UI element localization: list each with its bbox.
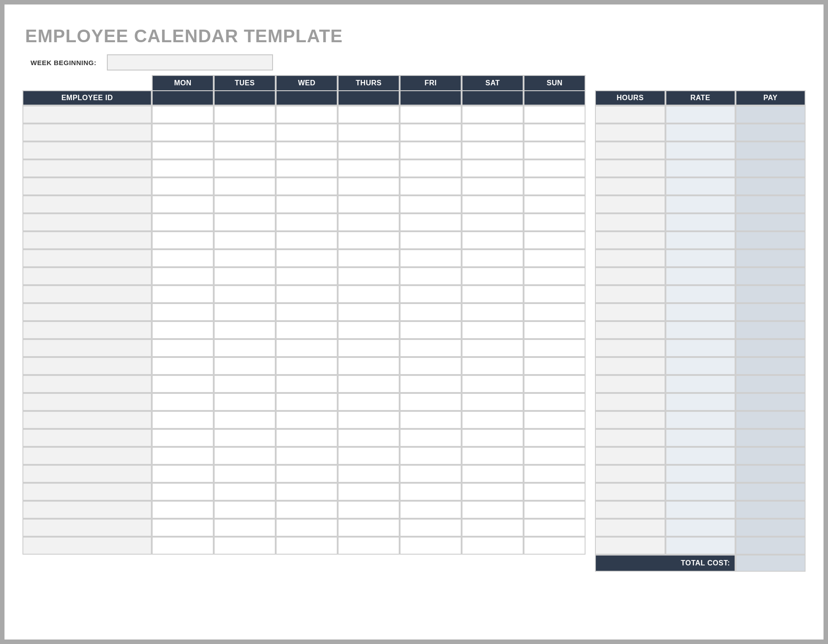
hours-cell[interactable] (595, 177, 665, 195)
cell-sun[interactable] (524, 537, 586, 555)
pay-cell[interactable] (736, 465, 806, 483)
cell-thurs[interactable] (338, 267, 400, 285)
employee-id-cell[interactable] (22, 447, 152, 465)
hours-cell[interactable] (595, 249, 665, 267)
cell-thurs[interactable] (338, 285, 400, 303)
rate-cell[interactable] (665, 124, 736, 141)
cell-sun[interactable] (524, 231, 586, 249)
pay-cell[interactable] (736, 141, 806, 159)
employee-id-cell[interactable] (22, 195, 152, 213)
employee-id-cell[interactable] (22, 249, 152, 267)
cell-mon[interactable] (152, 159, 214, 177)
cell-sun[interactable] (524, 429, 586, 447)
cell-mon[interactable] (152, 519, 214, 537)
cell-sat[interactable] (462, 177, 524, 195)
cell-thurs[interactable] (338, 519, 400, 537)
rate-cell[interactable] (665, 141, 736, 159)
cell-mon[interactable] (152, 177, 214, 195)
employee-id-cell[interactable] (22, 285, 152, 303)
cell-tues[interactable] (214, 213, 276, 231)
cell-sun[interactable] (524, 393, 586, 411)
cell-mon[interactable] (152, 339, 214, 357)
cell-fri[interactable] (400, 321, 462, 339)
hours-cell[interactable] (595, 285, 665, 303)
pay-cell[interactable] (736, 375, 806, 393)
rate-cell[interactable] (665, 267, 736, 285)
cell-tues[interactable] (214, 429, 276, 447)
pay-cell[interactable] (736, 429, 806, 447)
hours-cell[interactable] (595, 195, 665, 213)
cell-thurs[interactable] (338, 465, 400, 483)
cell-wed[interactable] (276, 483, 338, 501)
cell-tues[interactable] (214, 483, 276, 501)
rate-cell[interactable] (665, 321, 736, 339)
week-beginning-input[interactable] (107, 54, 273, 71)
employee-id-cell[interactable] (22, 303, 152, 321)
employee-id-cell[interactable] (22, 231, 152, 249)
hours-cell[interactable] (595, 375, 665, 393)
cell-mon[interactable] (152, 124, 214, 141)
rate-cell[interactable] (665, 249, 736, 267)
cell-tues[interactable] (214, 195, 276, 213)
cell-sun[interactable] (524, 249, 586, 267)
cell-mon[interactable] (152, 393, 214, 411)
cell-thurs[interactable] (338, 177, 400, 195)
cell-wed[interactable] (276, 124, 338, 141)
cell-thurs[interactable] (338, 141, 400, 159)
cell-tues[interactable] (214, 267, 276, 285)
cell-fri[interactable] (400, 375, 462, 393)
cell-tues[interactable] (214, 339, 276, 357)
cell-sun[interactable] (524, 213, 586, 231)
cell-wed[interactable] (276, 213, 338, 231)
cell-mon[interactable] (152, 321, 214, 339)
cell-mon[interactable] (152, 195, 214, 213)
cell-sat[interactable] (462, 267, 524, 285)
pay-cell[interactable] (736, 195, 806, 213)
cell-sat[interactable] (462, 393, 524, 411)
cell-sat[interactable] (462, 537, 524, 555)
employee-id-cell[interactable] (22, 339, 152, 357)
hours-cell[interactable] (595, 501, 665, 519)
cell-wed[interactable] (276, 429, 338, 447)
cell-thurs[interactable] (338, 393, 400, 411)
hours-cell[interactable] (595, 124, 665, 141)
cell-thurs[interactable] (338, 321, 400, 339)
hours-cell[interactable] (595, 357, 665, 375)
pay-cell[interactable] (736, 519, 806, 537)
employee-id-cell[interactable] (22, 159, 152, 177)
pay-cell[interactable] (736, 321, 806, 339)
cell-sat[interactable] (462, 106, 524, 124)
cell-sun[interactable] (524, 411, 586, 429)
cell-sat[interactable] (462, 375, 524, 393)
hours-cell[interactable] (595, 483, 665, 501)
cell-sun[interactable] (524, 285, 586, 303)
cell-sat[interactable] (462, 124, 524, 141)
cell-mon[interactable] (152, 375, 214, 393)
cell-tues[interactable] (214, 249, 276, 267)
rate-cell[interactable] (665, 375, 736, 393)
pay-cell[interactable] (736, 339, 806, 357)
pay-cell[interactable] (736, 447, 806, 465)
rate-cell[interactable] (665, 501, 736, 519)
cell-mon[interactable] (152, 357, 214, 375)
employee-id-cell[interactable] (22, 465, 152, 483)
cell-thurs[interactable] (338, 195, 400, 213)
cell-mon[interactable] (152, 231, 214, 249)
cell-tues[interactable] (214, 447, 276, 465)
employee-id-cell[interactable] (22, 501, 152, 519)
hours-cell[interactable] (595, 393, 665, 411)
cell-fri[interactable] (400, 465, 462, 483)
cell-sun[interactable] (524, 177, 586, 195)
cell-tues[interactable] (214, 321, 276, 339)
cell-sat[interactable] (462, 195, 524, 213)
cell-sat[interactable] (462, 213, 524, 231)
cell-sat[interactable] (462, 519, 524, 537)
cell-fri[interactable] (400, 303, 462, 321)
cell-fri[interactable] (400, 447, 462, 465)
cell-mon[interactable] (152, 429, 214, 447)
cell-thurs[interactable] (338, 339, 400, 357)
cell-thurs[interactable] (338, 159, 400, 177)
pay-cell[interactable] (736, 285, 806, 303)
cell-wed[interactable] (276, 159, 338, 177)
pay-cell[interactable] (736, 124, 806, 141)
